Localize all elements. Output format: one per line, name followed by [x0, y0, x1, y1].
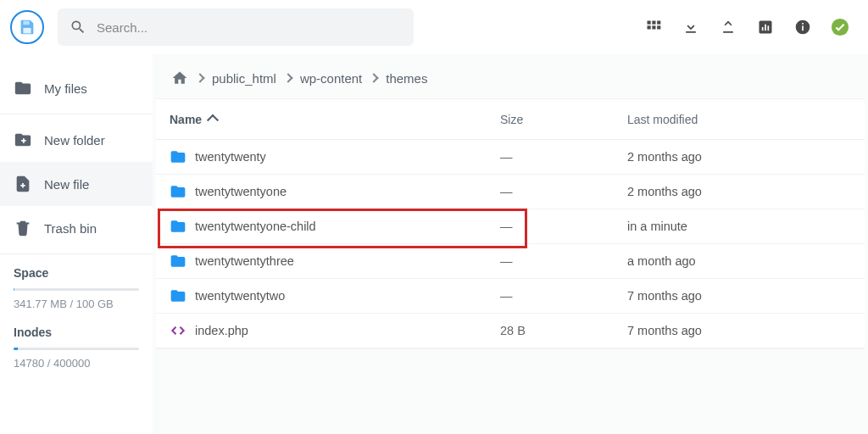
svg-rect-0	[23, 21, 29, 25]
file-modified: 2 months ago	[627, 150, 865, 164]
svg-rect-6	[652, 25, 655, 29]
file-modified: 7 months ago	[627, 289, 865, 303]
file-name: twentytwentyone	[195, 185, 500, 198]
space-bar	[14, 288, 139, 291]
home-icon[interactable]	[171, 70, 188, 86]
file-modified: a month ago	[627, 254, 865, 268]
space-title: Space	[14, 266, 139, 280]
file-size: —	[500, 289, 627, 303]
table-row[interactable]: twentytwenty—2 months ago	[156, 140, 865, 175]
file-size: —	[500, 220, 627, 233]
folder-icon	[170, 183, 186, 200]
folder-icon	[170, 287, 186, 304]
file-name: index.php	[195, 324, 500, 337]
svg-rect-2	[648, 21, 651, 25]
column-modified-header[interactable]: Last modified	[627, 113, 865, 126]
file-size: 28 B	[500, 324, 627, 337]
sidebar-item-trash[interactable]: Trash bin	[0, 206, 153, 250]
table-row[interactable]: twentytwentytwo—7 months ago	[156, 279, 865, 314]
svg-rect-3	[652, 21, 655, 25]
inodes-bar	[14, 348, 139, 350]
sidebar-item-label: New folder	[44, 133, 105, 147]
breadcrumb: public_html wp-content themes	[153, 61, 868, 98]
sidebar-item-label: My files	[44, 81, 87, 96]
sidebar-item-new-folder[interactable]: New folder	[0, 118, 153, 162]
folder-icon	[14, 79, 32, 97]
floppy-disk-icon	[18, 18, 36, 36]
sidebar-item-my-files[interactable]: My files	[0, 66, 153, 110]
sidebar: My files New folder New file Trash bin S…	[0, 54, 153, 434]
svg-rect-10	[765, 25, 766, 31]
search-input[interactable]	[97, 20, 402, 35]
code-file-icon	[170, 322, 186, 339]
file-size: —	[500, 254, 627, 268]
trash-icon	[14, 219, 32, 237]
table-row[interactable]: twentytwentythree—a month ago	[156, 244, 865, 279]
file-size: —	[500, 150, 627, 164]
svg-rect-9	[762, 27, 764, 31]
table-header: Name Size Last modified	[156, 99, 865, 140]
download-button[interactable]	[682, 18, 700, 36]
column-size-header[interactable]: Size	[500, 113, 627, 126]
search-icon	[70, 19, 86, 36]
sidebar-item-label: New file	[44, 177, 89, 192]
search-box[interactable]	[58, 8, 414, 46]
sidebar-item-label: Trash bin	[44, 221, 97, 236]
stats-button[interactable]	[756, 18, 775, 36]
svg-rect-4	[657, 21, 660, 25]
file-name: twentytwenty	[195, 150, 500, 164]
folder-icon	[170, 148, 186, 165]
svg-rect-1	[23, 28, 31, 33]
check-button[interactable]	[831, 18, 849, 36]
chevron-right-icon	[283, 73, 292, 82]
inodes-title: Inodes	[14, 326, 139, 339]
folder-icon	[170, 253, 186, 270]
svg-rect-14	[802, 23, 804, 25]
table-row[interactable]: index.php28 B7 months ago	[156, 314, 865, 348]
file-modified: in a minute	[627, 220, 865, 233]
space-value: 341.77 MB / 100 GB	[14, 298, 139, 310]
svg-rect-7	[657, 25, 660, 29]
file-name: twentytwentyone-child	[195, 220, 500, 233]
view-grid-button[interactable]	[644, 18, 663, 36]
folder-icon	[170, 218, 186, 235]
sort-asc-icon	[209, 114, 220, 125]
inodes-value: 14780 / 400000	[14, 357, 139, 370]
info-button[interactable]	[793, 18, 812, 36]
file-table: Name Size Last modified twentytwenty—2 m…	[156, 98, 865, 349]
breadcrumb-item[interactable]: public_html	[212, 71, 276, 86]
svg-rect-13	[802, 25, 804, 31]
file-name: twentytwentythree	[195, 254, 500, 268]
svg-rect-5	[648, 25, 651, 29]
breadcrumb-item[interactable]: themes	[386, 71, 427, 86]
upload-button[interactable]	[719, 18, 737, 36]
new-file-icon	[14, 175, 32, 193]
column-name-header[interactable]: Name	[170, 113, 500, 126]
table-row[interactable]: twentytwentyone-child—in a minute	[156, 209, 865, 244]
chevron-right-icon	[195, 73, 204, 82]
new-folder-icon	[14, 131, 32, 149]
file-modified: 7 months ago	[627, 324, 865, 337]
svg-rect-11	[768, 25, 770, 31]
file-modified: 2 months ago	[627, 185, 865, 198]
breadcrumb-item[interactable]: wp-content	[300, 71, 362, 86]
file-name: twentytwentytwo	[195, 289, 500, 303]
table-row[interactable]: twentytwentyone—2 months ago	[156, 175, 865, 209]
file-size: —	[500, 185, 627, 198]
sidebar-item-new-file[interactable]: New file	[0, 162, 153, 206]
app-logo[interactable]	[10, 10, 44, 44]
chevron-right-icon	[370, 73, 379, 82]
